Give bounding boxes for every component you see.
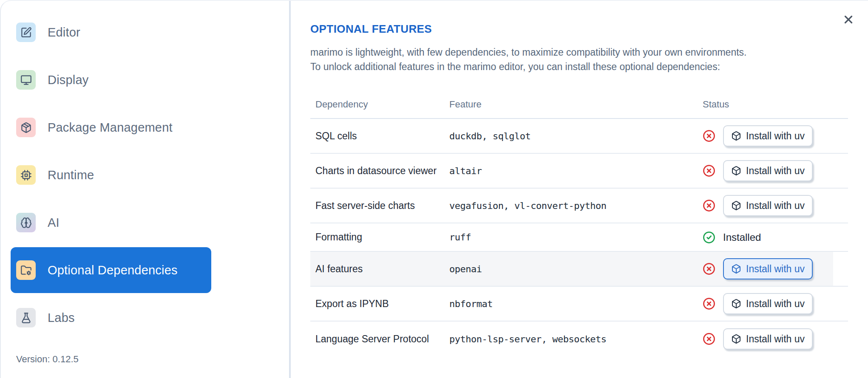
package-icon: [20, 122, 32, 133]
sidebar-item-optional-dependencies[interactable]: Optional Dependencies: [11, 247, 211, 293]
description-line-1: marimo is lightweight, with few dependen…: [310, 45, 848, 59]
package-box-icon: [731, 264, 741, 274]
package-box-icon: [731, 299, 741, 309]
status-cell: Installed: [698, 231, 848, 244]
dependency-cell: Formatting: [310, 231, 444, 243]
table-row-sql-cells: SQL cells duckdb, sqlglot Install with u…: [310, 119, 848, 154]
square-pen-icon: [20, 27, 32, 38]
sidebar-item-ai[interactable]: AI: [11, 200, 211, 245]
sidebar-item-labs[interactable]: Labs: [11, 295, 211, 341]
feature-cell: ruff: [444, 232, 698, 243]
feature-cell: vegafusion, vl-convert-python: [444, 200, 698, 211]
install-with-uv-button[interactable]: Install with uv: [723, 293, 813, 314]
table-row-language-server-protocol: Language Server Protocol python-lsp-serv…: [310, 322, 848, 356]
column-header-dependency: Dependency: [310, 99, 444, 110]
dependency-cell: Fast server-side charts: [310, 200, 444, 212]
optional-features-panel: OPTIONAL FEATURES marimo is lightweight,…: [292, 0, 868, 378]
feature-cell: altair: [444, 166, 698, 176]
status-cell: Install with uv: [698, 293, 848, 314]
close-icon: [842, 13, 855, 26]
circle-check-icon: [703, 231, 715, 244]
cpu-icon: [20, 169, 32, 181]
features-table: Dependency Feature Status SQL cells duck…: [310, 91, 848, 356]
package-box-icon: [731, 131, 741, 141]
sidebar-item-package-management[interactable]: Package Management: [11, 104, 211, 150]
dependency-cell: SQL cells: [310, 130, 444, 142]
status-cell: Install with uv: [698, 258, 848, 279]
dependency-cell: AI features: [310, 263, 444, 275]
install-with-uv-button[interactable]: Install with uv: [723, 328, 813, 350]
description: marimo is lightweight, with few dependen…: [310, 45, 848, 74]
table-row-formatting: Formatting ruff Installed: [310, 223, 848, 252]
table-row-export-as-ipynb: Export as IPYNB nbformat Install with uv: [310, 287, 848, 322]
circle-x-icon: [703, 164, 715, 177]
installed-label: Installed: [723, 231, 761, 243]
feature-cell: nbformat: [444, 299, 698, 309]
install-with-uv-button[interactable]: Install with uv: [723, 195, 813, 216]
circle-x-icon: [703, 297, 715, 310]
features-table-body: SQL cells duckdb, sqlglot Install with u…: [310, 119, 848, 356]
column-header-feature: Feature: [444, 99, 698, 110]
status-cell: Install with uv: [698, 328, 848, 350]
settings-sidebar: Editor Display Package Management Runtim…: [0, 0, 291, 378]
install-with-uv-button[interactable]: Install with uv: [723, 258, 813, 279]
sidebar-item-runtime[interactable]: Runtime: [11, 152, 211, 198]
dependency-cell: Export as IPYNB: [310, 298, 444, 310]
dependency-cell: Charts in datasource viewer: [310, 165, 444, 177]
feature-cell: duckdb, sqlglot: [444, 131, 698, 141]
install-with-uv-button[interactable]: Install with uv: [723, 125, 813, 147]
close-button[interactable]: [840, 11, 857, 28]
circle-x-icon: [703, 199, 715, 212]
package-box-icon: [731, 200, 741, 211]
brain-icon: [20, 217, 32, 228]
package-box-icon: [731, 334, 741, 344]
dependency-cell: Language Server Protocol: [310, 333, 444, 345]
column-header-status: Status: [698, 99, 848, 110]
sidebar-item-display[interactable]: Display: [11, 57, 211, 103]
feature-cell: openai: [444, 264, 698, 274]
folder-cog-icon: [20, 265, 32, 276]
sidebar-nav: Editor Display Package Management Runtim…: [0, 0, 211, 341]
table-header-row: Dependency Feature Status: [310, 91, 848, 119]
table-row-charts-in-datasource-viewer: Charts in datasource viewer altair Insta…: [310, 154, 848, 189]
circle-x-icon: [703, 130, 715, 142]
circle-x-icon: [703, 262, 715, 275]
circle-x-icon: [703, 333, 715, 345]
description-line-2: To unlock additional features in the mar…: [310, 59, 848, 74]
flask-icon: [20, 312, 32, 324]
table-row-fast-server-side-charts: Fast server-side charts vegafusion, vl-c…: [310, 189, 848, 223]
install-with-uv-button[interactable]: Install with uv: [723, 160, 813, 181]
table-row-ai-features: AI features openai Install with uv: [310, 252, 848, 287]
package-box-icon: [731, 166, 741, 176]
page-title: OPTIONAL FEATURES: [310, 23, 848, 35]
status-cell: Install with uv: [698, 160, 848, 181]
monitor-icon: [20, 74, 32, 86]
status-cell: Install with uv: [698, 195, 848, 216]
version-label: Version: 0.12.5: [16, 354, 79, 365]
feature-cell: python-lsp-server, websockets: [444, 334, 698, 344]
sidebar-item-editor[interactable]: Editor: [11, 9, 211, 55]
status-cell: Install with uv: [698, 125, 848, 147]
